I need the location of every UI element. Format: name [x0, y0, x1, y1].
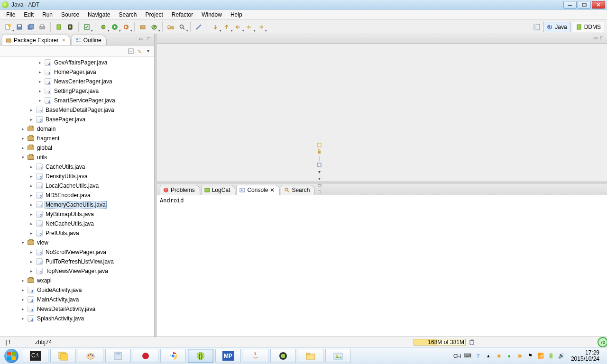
tree-item[interactable]: ▸GovAffairsPager.java [0, 58, 154, 67]
tree-item[interactable]: ▸GuideActivity.java [0, 285, 154, 295]
open-type-button[interactable] [166, 22, 176, 32]
twisty-closed-icon[interactable]: ▸ [28, 259, 34, 264]
twisty-closed-icon[interactable]: ▸ [20, 297, 26, 302]
console-clear-button[interactable] [316, 142, 322, 148]
menu-project[interactable]: Project [141, 10, 167, 19]
tree-item[interactable]: ▾utils [0, 153, 154, 162]
run-button[interactable] [110, 22, 120, 32]
ime-indicator[interactable]: CH [453, 352, 461, 360]
tree-item[interactable]: ▸MyBitmapUtils.java [0, 209, 154, 219]
search-button[interactable] [177, 22, 187, 32]
tree-item[interactable]: ▸wxapi [0, 276, 154, 285]
console-output[interactable]: Android [157, 195, 607, 337]
twisty-closed-icon[interactable]: ▸ [28, 183, 34, 188]
twisty-closed-icon[interactable]: ▸ [28, 164, 34, 169]
start-button[interactable] [2, 348, 21, 364]
twisty-closed-icon[interactable]: ▸ [28, 231, 34, 236]
package-explorer-tree[interactable]: ▸GovAffairsPager.java▸HomePager.java▸New… [0, 57, 154, 337]
tree-item[interactable]: ▸fragment [0, 134, 154, 143]
twisty-closed-icon[interactable]: ▸ [28, 250, 34, 255]
task-eclipse[interactable]: {} [188, 349, 213, 363]
console-scroll-lock-button[interactable] [316, 148, 322, 155]
perspective-java[interactable]: J Java [543, 22, 570, 32]
console-pin-button[interactable] [316, 162, 322, 168]
twisty-closed-icon[interactable]: ▸ [20, 307, 26, 311]
twisty-closed-icon[interactable]: ▸ [20, 278, 26, 283]
twisty-closed-icon[interactable]: ▸ [28, 269, 34, 273]
menu-run[interactable]: Run [38, 10, 57, 19]
task-mp[interactable]: MP [215, 349, 241, 363]
view-minimize-button[interactable]: ▭ [138, 35, 144, 42]
twisty-closed-icon[interactable]: ▸ [20, 136, 26, 141]
save-button[interactable] [14, 22, 25, 32]
tree-item[interactable]: ▸DensityUtils.java [0, 172, 154, 181]
task-record[interactable] [133, 349, 158, 363]
external-tools-button[interactable] [121, 22, 131, 32]
volume-icon[interactable]: 🔊 [558, 352, 565, 360]
tab-console[interactable]: Console ✕ [236, 185, 280, 195]
twisty-closed-icon[interactable]: ▸ [20, 288, 26, 292]
twisty-closed-icon[interactable]: ▸ [28, 117, 34, 122]
twisty-closed-icon[interactable]: ▸ [37, 89, 43, 93]
twisty-closed-icon[interactable]: ▸ [37, 98, 43, 103]
menu-navigate[interactable]: Navigate [83, 10, 114, 19]
twisty-closed-icon[interactable]: ▸ [28, 202, 34, 207]
tree-item[interactable]: ▸NoScrollViewPager.java [0, 247, 154, 257]
task-notes[interactable] [50, 349, 76, 363]
back-button[interactable] [244, 22, 255, 32]
tree-item[interactable]: ▸domain [0, 124, 154, 134]
task-java[interactable] [243, 349, 268, 363]
collapse-all-button[interactable] [128, 48, 134, 55]
editor-minimize-button[interactable]: ▭ [592, 34, 598, 41]
menu-file[interactable]: File [2, 10, 19, 19]
gc-button[interactable] [469, 339, 475, 346]
tree-item[interactable]: ▸SettingPager.java [0, 86, 154, 96]
task-photos[interactable] [325, 349, 351, 363]
twisty-closed-icon[interactable]: ▸ [20, 127, 26, 131]
menu-source[interactable]: Source [57, 10, 83, 19]
tree-item[interactable]: ▾view [0, 238, 154, 247]
view-minimize-button[interactable]: ▭ [316, 182, 322, 188]
view-maximize-button[interactable]: □ [146, 35, 152, 42]
tab-close-icon[interactable]: ✕ [270, 187, 275, 193]
twisty-closed-icon[interactable]: ▸ [20, 316, 26, 321]
debug-button[interactable] [98, 22, 109, 32]
tree-item[interactable]: ▸CacheUtils.java [0, 162, 154, 172]
window-maximize-button[interactable] [578, 1, 591, 9]
tab-package-explorer[interactable]: Package Explorer ✕ [2, 35, 71, 45]
heap-bar[interactable]: 168M of 381M [414, 339, 466, 346]
window-close-button[interactable] [592, 1, 605, 9]
save-all-button[interactable] [26, 22, 36, 32]
avd-manager-button[interactable] [65, 22, 75, 32]
task-cmd[interactable]: C:\ [23, 349, 48, 363]
sdk-manager-button[interactable] [54, 22, 64, 32]
tray-icon-1[interactable]: ◆ [495, 352, 503, 360]
view-menu-button[interactable]: ▾ [145, 48, 151, 55]
console-display-button[interactable]: ▾ [316, 168, 322, 175]
open-perspective-button[interactable] [533, 22, 541, 32]
new-button[interactable] [3, 22, 13, 32]
tree-item[interactable]: ▸SmartServicePager.java [0, 96, 154, 105]
menu-refactor[interactable]: Refactor [167, 10, 197, 19]
twisty-open-icon[interactable]: ▾ [20, 240, 26, 245]
task-android[interactable] [270, 349, 296, 363]
twisty-closed-icon[interactable]: ▸ [28, 193, 34, 198]
task-calc[interactable] [105, 349, 131, 363]
tree-item[interactable]: ▸PrefUtils.java [0, 228, 154, 238]
tree-item[interactable]: ▸NetCacheUtils.java [0, 219, 154, 228]
menu-help[interactable]: Help [226, 10, 247, 19]
tree-item[interactable]: ▸MD5Encoder.java [0, 191, 154, 200]
taskbar-clock[interactable]: 17:29 2015/10/24 [568, 350, 602, 362]
tree-item[interactable]: ▸MainActivity.java [0, 295, 154, 304]
forward-button[interactable] [256, 22, 266, 32]
lint-button[interactable] [82, 22, 92, 32]
tab-outline[interactable]: Outline [72, 35, 107, 45]
tree-item[interactable]: ▸TopNewsViewPager.java [0, 266, 154, 276]
link-editor-button[interactable] [136, 48, 143, 55]
new-class-button[interactable]: C [149, 22, 159, 32]
battery-icon[interactable]: 🔋 [547, 352, 555, 360]
tree-item[interactable]: ▸HomePager.java [0, 67, 154, 77]
keyboard-icon[interactable]: ⌨ [464, 352, 471, 360]
tree-item[interactable]: ▸SplashActivity.java [0, 314, 154, 323]
tab-problems[interactable]: ! Problems [160, 185, 200, 195]
